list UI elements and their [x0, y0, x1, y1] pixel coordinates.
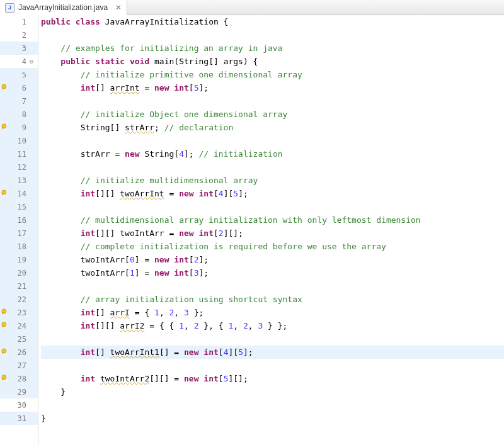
gutter-row: !26 [0, 346, 38, 359]
code-line[interactable]: // multidimensional array initialization… [41, 213, 504, 227]
line-number: 12 [11, 163, 26, 172]
gutter-row: 31 [0, 412, 38, 425]
fold-toggle[interactable]: ⊖ [28, 57, 35, 65]
code-line[interactable] [41, 398, 504, 412]
code-line[interactable]: twoIntArr[1] = new int[3]; [41, 266, 504, 279]
line-number: 8 [11, 110, 26, 119]
line-number: 10 [11, 137, 26, 145]
code-line[interactable]: } [41, 385, 504, 398]
warning-icon[interactable]: ! [1, 123, 10, 132]
code-line[interactable] [41, 28, 504, 42]
gutter-row: 12 [0, 161, 38, 174]
gutter-row: 1 [0, 15, 38, 28]
line-number: 30 [11, 401, 26, 410]
gutter-marker [1, 269, 10, 278]
line-number: 20 [11, 269, 26, 278]
code-line[interactable] [41, 279, 504, 293]
line-number: 21 [11, 282, 26, 291]
code-line[interactable]: int[] twoArrInt1[] = new int[4][5]; [41, 346, 504, 359]
line-number: 11 [11, 150, 26, 159]
svg-text:!: ! [3, 84, 5, 88]
gutter-row: 16 [0, 213, 38, 227]
svg-text:!: ! [3, 349, 5, 352]
warning-icon[interactable]: ! [1, 189, 10, 198]
line-number: 7 [11, 97, 26, 106]
line-number: 28 [11, 375, 26, 383]
code-line[interactable]: int[] arrI = { 1, 2, 3 }; [41, 306, 504, 319]
line-number: 13 [11, 176, 26, 185]
svg-text:!: ! [3, 322, 5, 326]
code-line[interactable] [41, 200, 504, 213]
warning-icon[interactable]: ! [1, 84, 10, 93]
line-number: 19 [11, 256, 26, 264]
gutter-row: !23 [0, 306, 38, 319]
gutter-marker [1, 335, 10, 344]
code-line[interactable]: String[] strArr; // declaration [41, 121, 504, 134]
java-file-icon: J [5, 3, 14, 13]
gutter-marker [1, 44, 10, 53]
code-line[interactable]: int twoIntArr2[][] = new int[5][]; [41, 372, 504, 385]
gutter-row: 22 [0, 293, 38, 306]
code-line[interactable]: int[][] twoIntArr = new int[2][]; [41, 227, 504, 240]
gutter-marker [1, 137, 10, 145]
line-number: 3 [11, 44, 26, 53]
warning-icon[interactable]: ! [1, 322, 10, 330]
code-line[interactable]: // initialize Object one dimensional arr… [41, 108, 504, 121]
gutter-marker [1, 150, 10, 159]
code-line[interactable]: public static void main(String[] args) { [41, 55, 504, 68]
gutter-marker [1, 110, 10, 119]
code-line[interactable]: // initialize primitive one dimensional … [41, 68, 504, 81]
gutter-marker [1, 361, 10, 370]
line-number: 4 [11, 57, 26, 66]
code-line[interactable]: int[][] arrI2 = { { 1, 2 }, { 1, 2, 3 } … [41, 319, 504, 332]
gutter-row: 13 [0, 174, 38, 187]
code-line[interactable] [41, 94, 504, 108]
line-number: 14 [11, 189, 26, 198]
warning-icon[interactable]: ! [1, 375, 10, 383]
gutter-marker [1, 242, 10, 251]
gutter-row: 30 [0, 398, 38, 412]
code-line[interactable]: // complete initialization is required b… [41, 240, 504, 253]
code-line[interactable]: // array initialization using shortcut s… [41, 293, 504, 306]
code-line[interactable]: int[][] twoArrInt = new int[4][5]; [41, 187, 504, 200]
code-line[interactable]: int[] arrInt = new int[5]; [41, 81, 504, 94]
gutter: 1234⊖5!678!910111213!141516171819202122!… [0, 15, 38, 445]
code-line[interactable]: // initialize multidimensional array [41, 174, 504, 187]
gutter-row: !28 [0, 372, 38, 385]
line-number: 22 [11, 295, 26, 304]
gutter-row: !24 [0, 319, 38, 332]
code-line[interactable] [41, 359, 504, 372]
code-line[interactable] [41, 332, 504, 346]
gutter-row: 5 [0, 68, 38, 81]
gutter-marker [1, 57, 10, 66]
close-icon[interactable]: ✕ [115, 3, 122, 12]
code-line[interactable]: // examples for initializing an array in… [41, 42, 504, 55]
gutter-marker [1, 97, 10, 106]
line-number: 17 [11, 229, 26, 238]
code-area[interactable]: public class JavaArrayInitialization { /… [38, 15, 504, 445]
code-line[interactable] [41, 134, 504, 147]
code-editor[interactable]: 1234⊖5!678!910111213!141516171819202122!… [0, 15, 504, 445]
tab-bar: J JavaArrayInitialization.java ✕ [0, 0, 504, 15]
line-number: 2 [11, 31, 26, 40]
gutter-row: 19 [0, 253, 38, 266]
warning-icon[interactable]: ! [1, 308, 10, 317]
code-line[interactable]: strArr = new String[4]; // initializatio… [41, 147, 504, 161]
line-number: 1 [11, 18, 26, 26]
code-line[interactable]: } [41, 412, 504, 425]
gutter-marker [1, 295, 10, 304]
gutter-row: !9 [0, 121, 38, 134]
gutter-marker [1, 203, 10, 211]
line-number: 31 [11, 414, 26, 423]
gutter-marker [1, 388, 10, 397]
code-line[interactable]: public class JavaArrayInitialization { [41, 15, 504, 28]
warning-icon[interactable]: ! [1, 348, 10, 357]
gutter-row: 18 [0, 240, 38, 253]
line-number: 16 [11, 216, 26, 225]
code-line[interactable] [41, 161, 504, 174]
gutter-marker [1, 70, 10, 79]
code-line[interactable]: twoIntArr[0] = new int[2]; [41, 253, 504, 266]
gutter-row: 29 [0, 385, 38, 398]
gutter-marker [1, 414, 10, 423]
editor-tab[interactable]: J JavaArrayInitialization.java ✕ [0, 0, 127, 15]
